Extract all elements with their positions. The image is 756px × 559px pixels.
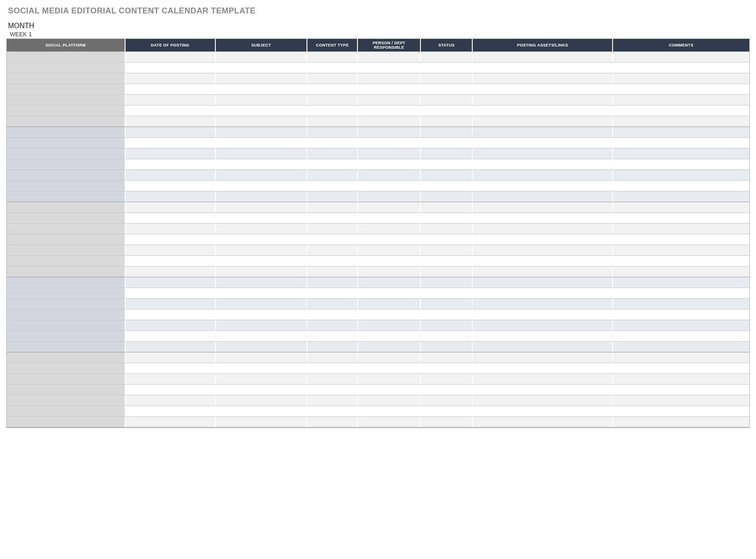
cell[interactable] (421, 73, 473, 84)
cell[interactable] (307, 309, 358, 320)
cell[interactable] (307, 202, 358, 213)
cell[interactable] (307, 245, 358, 256)
cell[interactable] (126, 127, 216, 138)
cell[interactable] (358, 170, 420, 181)
cell[interactable] (473, 106, 613, 116)
cell[interactable] (473, 159, 613, 170)
cell[interactable] (216, 127, 308, 138)
cell[interactable] (358, 63, 420, 73)
cell[interactable] (7, 224, 126, 234)
cell[interactable] (473, 127, 613, 138)
cell[interactable] (216, 213, 308, 224)
cell[interactable] (358, 363, 420, 374)
cell[interactable] (126, 374, 216, 385)
cell[interactable] (307, 213, 358, 224)
cell[interactable] (216, 106, 308, 116)
cell[interactable] (613, 309, 749, 320)
cell[interactable] (216, 116, 308, 127)
cell[interactable] (126, 213, 216, 224)
cell[interactable] (473, 148, 613, 159)
cell[interactable] (307, 148, 358, 159)
cell[interactable] (7, 106, 126, 116)
cell[interactable] (473, 138, 613, 148)
cell[interactable] (7, 181, 126, 191)
cell[interactable] (613, 277, 749, 288)
cell[interactable] (613, 159, 749, 170)
cell[interactable] (7, 245, 126, 256)
cell[interactable] (126, 245, 216, 256)
cell[interactable] (358, 406, 420, 417)
cell[interactable] (7, 320, 126, 331)
cell[interactable] (613, 374, 749, 385)
cell[interactable] (307, 170, 358, 181)
cell[interactable] (421, 234, 473, 245)
cell[interactable] (126, 256, 216, 267)
cell[interactable] (126, 148, 216, 159)
cell[interactable] (358, 277, 420, 288)
cell[interactable] (473, 309, 613, 320)
cell[interactable] (307, 191, 358, 202)
cell[interactable] (421, 84, 473, 95)
cell[interactable] (7, 148, 126, 159)
cell[interactable] (126, 224, 216, 234)
cell[interactable] (473, 331, 613, 342)
cell[interactable] (473, 299, 613, 309)
cell[interactable] (613, 331, 749, 342)
cell[interactable] (216, 202, 308, 213)
cell[interactable] (358, 331, 420, 342)
cell[interactable] (473, 234, 613, 245)
cell[interactable] (358, 52, 420, 63)
cell[interactable] (7, 352, 126, 363)
cell[interactable] (216, 234, 308, 245)
cell[interactable] (216, 191, 308, 202)
cell[interactable] (613, 106, 749, 116)
cell[interactable] (358, 385, 420, 395)
cell[interactable] (421, 256, 473, 267)
cell[interactable] (216, 170, 308, 181)
cell[interactable] (216, 224, 308, 234)
cell[interactable] (613, 127, 749, 138)
cell[interactable] (216, 417, 308, 428)
cell[interactable] (126, 395, 216, 406)
cell[interactable] (421, 395, 473, 406)
cell[interactable] (421, 374, 473, 385)
cell[interactable] (307, 63, 358, 73)
cell[interactable] (307, 159, 358, 170)
cell[interactable] (421, 63, 473, 73)
cell[interactable] (126, 267, 216, 277)
cell[interactable] (473, 63, 613, 73)
cell[interactable] (421, 116, 473, 127)
cell[interactable] (126, 202, 216, 213)
cell[interactable] (358, 320, 420, 331)
cell[interactable] (7, 288, 126, 299)
cell[interactable] (307, 320, 358, 331)
cell[interactable] (7, 191, 126, 202)
cell[interactable] (358, 159, 420, 170)
cell[interactable] (421, 138, 473, 148)
cell[interactable] (126, 309, 216, 320)
cell[interactable] (126, 352, 216, 363)
cell[interactable] (216, 363, 308, 374)
cell[interactable] (358, 84, 420, 95)
cell[interactable] (7, 63, 126, 73)
cell[interactable] (126, 288, 216, 299)
cell[interactable] (216, 95, 308, 106)
cell[interactable] (421, 213, 473, 224)
cell[interactable] (216, 148, 308, 159)
cell[interactable] (473, 213, 613, 224)
cell[interactable] (473, 417, 613, 428)
cell[interactable] (473, 170, 613, 181)
cell[interactable] (126, 170, 216, 181)
cell[interactable] (216, 52, 308, 63)
cell[interactable] (358, 245, 420, 256)
cell[interactable] (126, 52, 216, 63)
cell[interactable] (7, 138, 126, 148)
cell[interactable] (7, 277, 126, 288)
cell[interactable] (358, 127, 420, 138)
cell[interactable] (307, 363, 358, 374)
cell[interactable] (421, 170, 473, 181)
cell[interactable] (613, 245, 749, 256)
cell[interactable] (216, 73, 308, 84)
cell[interactable] (473, 288, 613, 299)
cell[interactable] (126, 116, 216, 127)
